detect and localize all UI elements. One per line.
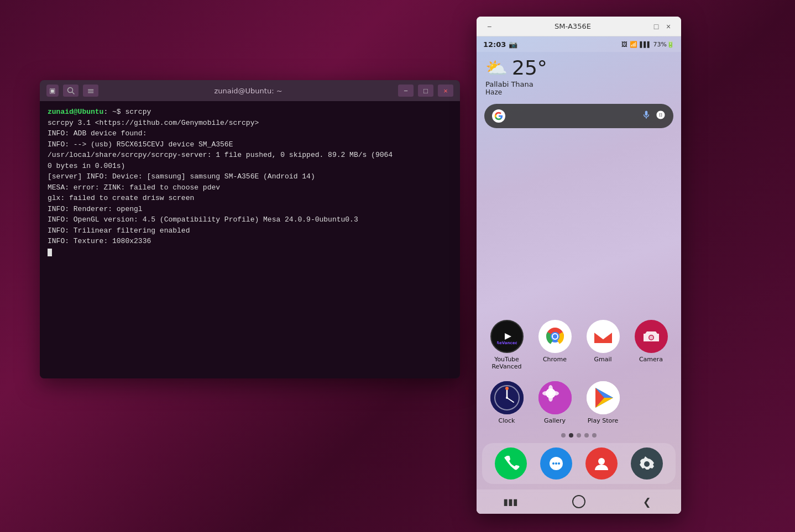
clock-icon xyxy=(490,381,524,414)
terminal-line-8: MESA: error: ZINK: failed to choose pdev xyxy=(48,182,452,193)
terminal-cursor-line xyxy=(48,247,452,258)
terminal-line-6: 0 bytes in 0.001s) xyxy=(48,161,452,172)
camera-icon xyxy=(635,320,668,353)
google-search-bar[interactable] xyxy=(484,104,673,128)
weather-main: ⛅ 25° xyxy=(485,56,672,79)
playstore-label: Play Store xyxy=(588,417,619,424)
terminal-line-13: INFO: Texture: 1080x2336 xyxy=(48,236,452,247)
status-battery-icon: 73%🔋 xyxy=(653,41,674,48)
terminal-line-11: INFO: OpenGL version: 4.5 (Compatibility… xyxy=(48,214,452,225)
phone-close-button[interactable]: × xyxy=(662,22,674,31)
phone-dock xyxy=(482,443,676,484)
navbar-back-button[interactable]: ❮ xyxy=(636,491,658,513)
page-dot-2[interactable] xyxy=(569,433,573,438)
page-dot-3[interactable] xyxy=(577,433,581,438)
terminal-minimize-button[interactable]: − xyxy=(398,85,414,97)
weather-location: Pallabi Thana xyxy=(485,80,672,88)
terminal-search-button[interactable] xyxy=(63,85,79,97)
dock-settings-icon xyxy=(631,447,663,480)
youtube-revanced-label: YouTube ReVanced xyxy=(485,356,528,370)
svg-line-1 xyxy=(72,92,75,94)
phone-titlebar: − SM-A356E □ × xyxy=(477,17,681,36)
svg-point-10 xyxy=(553,334,557,339)
search-mic-icon[interactable] xyxy=(641,110,651,122)
app-youtube-revanced[interactable]: ReVanced YouTube ReVanced xyxy=(485,320,528,370)
dock-phone[interactable] xyxy=(491,447,531,480)
playstore-icon xyxy=(587,381,620,414)
chrome-icon xyxy=(538,320,572,353)
terminal-line-4: INFO: --> (usb) R5CX615CEVJ device SM_A3… xyxy=(48,139,452,150)
phone-screen: 12:03 📷 🖼 📶 ▌▌▌ 73%🔋 ⛅ 25° Pallabi Thana… xyxy=(477,36,681,514)
gallery-label: Gallery xyxy=(544,417,566,424)
dock-phone-icon xyxy=(495,447,527,480)
app-gmail[interactable]: Gmail xyxy=(582,320,624,370)
gmail-label: Gmail xyxy=(594,356,611,363)
dock-messages[interactable] xyxy=(536,447,576,480)
terminal-maximize-button[interactable]: □ xyxy=(418,85,433,97)
terminal-line-2: scrcpy 3.1 <https://github.com/Genymobil… xyxy=(48,118,452,129)
svg-point-37 xyxy=(555,462,557,465)
app-empty xyxy=(630,381,672,424)
page-dot-5[interactable] xyxy=(592,433,597,438)
page-indicators xyxy=(477,433,681,438)
svg-point-39 xyxy=(598,458,605,465)
terminal-icon: ▣ xyxy=(46,85,59,97)
google-logo xyxy=(492,109,505,123)
gmail-icon xyxy=(587,320,620,353)
app-camera[interactable]: Camera xyxy=(630,320,672,370)
phone-window: − SM-A356E □ × 12:03 📷 🖼 📶 ▌▌▌ 73%🔋 ⛅ 25… xyxy=(477,17,681,514)
app-grid-row1: ReVanced YouTube ReVanced xyxy=(477,314,681,376)
status-screenshot-icon: 🖼 xyxy=(621,41,627,48)
phone-maximize-button[interactable]: □ xyxy=(650,22,662,31)
svg-point-15 xyxy=(649,336,653,340)
page-dot-4[interactable] xyxy=(584,433,589,438)
back-icon: ❮ xyxy=(643,496,651,508)
terminal-line-1: zunaid@Ubuntu: ~$ scrcpy xyxy=(48,107,452,118)
terminal-window: ▣ ≡ zunaid@Ubuntu: ~ − □ × zunaid@Ubuntu… xyxy=(40,80,460,378)
dock-messages-icon xyxy=(540,447,572,480)
navbar-home-button[interactable] xyxy=(568,491,590,513)
gallery-icon xyxy=(538,381,572,414)
status-wifi-icon: 📶 xyxy=(630,41,637,48)
weather-widget: ⛅ 25° Pallabi Thana Haze xyxy=(485,56,672,96)
home-icon xyxy=(572,495,585,508)
status-time: 12:03 📷 xyxy=(483,40,517,49)
page-dot-1[interactable] xyxy=(561,433,566,438)
terminal-body: zunaid@Ubuntu: ~$ scrcpy scrcpy 3.1 <htt… xyxy=(40,101,460,378)
recents-icon: ▮▮▮ xyxy=(503,497,517,507)
app-chrome[interactable]: Chrome xyxy=(534,320,576,370)
search-lens-icon[interactable] xyxy=(656,110,666,122)
phone-window-title: SM-A356E xyxy=(495,22,650,30)
svg-point-22 xyxy=(538,381,572,414)
camera-label: Camera xyxy=(639,356,663,363)
app-gallery[interactable]: Gallery xyxy=(534,381,576,424)
app-clock[interactable]: Clock xyxy=(485,381,528,424)
chrome-label: Chrome xyxy=(543,356,567,363)
terminal-line-12: INFO: Trilinear filtering enabled xyxy=(48,225,452,236)
phone-navbar: ▮▮▮ ❮ xyxy=(477,489,681,514)
status-signal-icon: ▌▌▌ xyxy=(640,41,651,48)
terminal-line-9: glx: failed to create drisw screen xyxy=(48,193,452,204)
app-playstore[interactable]: Play Store xyxy=(582,381,624,424)
clock-label: Clock xyxy=(499,417,515,424)
weather-temp: 25° xyxy=(512,56,547,79)
dock-contacts[interactable] xyxy=(582,447,621,480)
dock-contacts-icon xyxy=(585,447,618,480)
terminal-close-button[interactable]: × xyxy=(438,85,453,97)
terminal-titlebar: ▣ ≡ zunaid@Ubuntu: ~ − □ × xyxy=(40,80,460,101)
svg-point-40 xyxy=(644,461,650,467)
navbar-recents-button[interactable]: ▮▮▮ xyxy=(500,491,522,513)
terminal-line-5: /usr/local/share/scrcpy/scrcpy-server: 1… xyxy=(48,150,452,161)
svg-text:ReVanced: ReVanced xyxy=(497,341,517,345)
terminal-title: zunaid@Ubuntu: ~ xyxy=(103,87,394,95)
weather-description: Haze xyxy=(485,88,672,96)
terminal-line-7: [server] INFO: Device: [samsung] samsung… xyxy=(48,171,452,182)
dock-settings[interactable] xyxy=(627,447,667,480)
terminal-line-10: INFO: Renderer: opengl xyxy=(48,204,452,215)
svg-point-21 xyxy=(505,387,509,390)
status-icons: 🖼 📶 ▌▌▌ 73%🔋 xyxy=(621,41,674,48)
svg-point-38 xyxy=(558,462,560,465)
phone-minimize-button[interactable]: − xyxy=(483,22,495,31)
terminal-menu-button[interactable]: ≡ xyxy=(83,85,98,97)
app-grid-row2: Clock Gallery xyxy=(477,376,681,430)
